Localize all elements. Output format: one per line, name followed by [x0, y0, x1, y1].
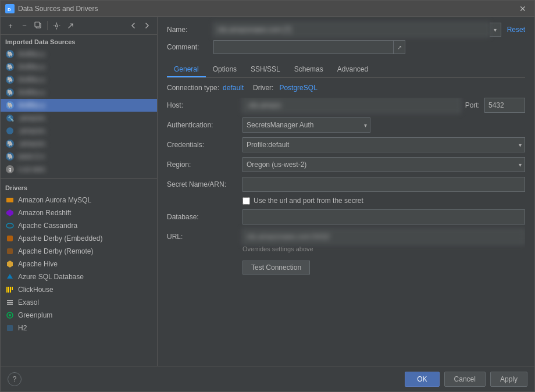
- remove-datasource-button[interactable]: −: [18, 19, 31, 32]
- ds-item-2[interactable]: 🐘 4n4lho.u: [1, 60, 157, 73]
- add-datasource-button[interactable]: +: [4, 19, 17, 32]
- close-button[interactable]: ✕: [516, 3, 530, 15]
- dialog: D Data Sources and Drivers ✕ + −: [0, 0, 535, 392]
- ok-button[interactable]: OK: [405, 372, 439, 387]
- svg-point-7: [6, 127, 13, 134]
- database-input[interactable]: [242, 209, 525, 224]
- app-icon: D: [5, 4, 15, 13]
- secret-row: Secret Name/ARN:: [167, 177, 525, 192]
- port-input[interactable]: [484, 98, 525, 113]
- tab-ssh-ssl[interactable]: SSH/SSL: [244, 62, 287, 77]
- tab-advanced[interactable]: Advanced: [330, 62, 375, 77]
- tab-options[interactable]: Options: [206, 62, 244, 77]
- region-label: Region:: [167, 161, 242, 169]
- duplicate-datasource-button[interactable]: [32, 19, 45, 32]
- test-connection-button[interactable]: Test Connection: [242, 261, 310, 275]
- overrides-text: Overrides settings above: [167, 245, 525, 252]
- svg-rect-12: [7, 248, 13, 254]
- comment-input[interactable]: [213, 40, 394, 54]
- driver-clickhouse[interactable]: ClickHouse: [1, 283, 157, 296]
- comment-label: Comment:: [167, 43, 213, 51]
- ds-item-10[interactable]: g v.us-wes: [1, 163, 157, 176]
- ds-icon-3: 🐘: [5, 75, 15, 84]
- ds-label-7: .amazon.: [18, 127, 47, 135]
- driver-label-aurora: Amazon Aurora MySQL: [18, 196, 91, 204]
- driver-apache-cassandra[interactable]: Apache Cassandra: [1, 219, 157, 232]
- auth-select[interactable]: SecretsManager Auth User & Password No a…: [242, 117, 370, 133]
- ds-label-6: .amazon.: [18, 114, 47, 122]
- settings-button[interactable]: [50, 19, 63, 32]
- host-port-row: Host: Port:: [167, 98, 525, 113]
- svg-point-10: [6, 223, 13, 228]
- apply-button[interactable]: Apply: [490, 372, 527, 387]
- use-url-checkbox[interactable]: [242, 197, 250, 205]
- driver-label-cassandra: Apache Cassandra: [18, 222, 77, 230]
- ds-icon-10: g: [5, 165, 15, 174]
- driver-h2[interactable]: H2: [1, 322, 157, 334]
- driver-amazon-aurora-mysql[interactable]: Amazon Aurora MySQL: [1, 194, 157, 206]
- tab-general[interactable]: General: [167, 62, 206, 77]
- comment-expand-button[interactable]: ↗: [394, 40, 405, 54]
- bottom-bar: ? OK Cancel Apply: [1, 366, 534, 391]
- reset-button[interactable]: Reset: [507, 26, 525, 34]
- credentials-select[interactable]: Profile:default: [242, 137, 525, 152]
- ds-icon-4: 🐘: [5, 88, 15, 97]
- host-input[interactable]: [242, 98, 461, 113]
- conn-type-value[interactable]: default: [223, 84, 244, 92]
- ds-label-1: 4n4lho.u: [18, 50, 45, 58]
- svg-text:🔧: 🔧: [8, 115, 14, 122]
- ds-item-5-selected[interactable]: 🐘 4n4lho.u: [1, 99, 157, 112]
- driver-apache-derby-embedded[interactable]: Apache Derby (Embedded): [1, 232, 157, 245]
- ds-label-5: 4n4lho.u: [18, 101, 45, 109]
- ds-icon-7: [5, 126, 15, 136]
- ds-item-6[interactable]: 🔧 .amazon.: [1, 112, 157, 124]
- driver-label-exasol: Exasol: [18, 298, 39, 307]
- ds-item-3[interactable]: 🐘 4n4lho.u: [1, 73, 157, 86]
- tabs-row: General Options SSH/SSL Schemas Advanced: [167, 62, 525, 78]
- ds-label-9: west-2.n: [18, 152, 44, 161]
- driver-value[interactable]: PostgreSQL: [279, 84, 317, 92]
- nav-back-button[interactable]: [127, 19, 140, 32]
- use-url-label: Use the url and port from the secret: [254, 197, 363, 205]
- ds-label-4: 4n4lho.u: [18, 88, 45, 97]
- window-title: Data Sources and Drivers: [18, 5, 516, 13]
- secret-label: Secret Name/ARN:: [167, 180, 242, 188]
- ds-icon-8: 🐘: [5, 139, 15, 148]
- svg-rect-23: [7, 325, 13, 331]
- name-dropdown-button[interactable]: ▾: [490, 23, 501, 37]
- url-row: URL:: [167, 229, 525, 244]
- driver-apache-derby-remote[interactable]: Apache Derby (Remote): [1, 245, 157, 258]
- driver-amazon-redshift[interactable]: Amazon Redshift: [1, 206, 157, 219]
- ds-item-8[interactable]: 🐘 .amazon.: [1, 137, 157, 150]
- region-select[interactable]: Oregon (us-west-2) US East (N. Virginia): [242, 157, 525, 172]
- driver-azure-sql[interactable]: Azure SQL Database: [1, 270, 157, 283]
- tab-schemas[interactable]: Schemas: [287, 62, 330, 77]
- ds-icon-5: 🐘: [5, 101, 15, 110]
- ds-item-1[interactable]: 🐘 4n4lho.u: [1, 48, 157, 60]
- url-input[interactable]: [242, 229, 525, 244]
- driver-apache-hive[interactable]: Apache Hive: [1, 258, 157, 270]
- svg-rect-15: [8, 287, 9, 293]
- driver-icon-h2: [5, 323, 15, 333]
- name-input[interactable]: [213, 23, 490, 37]
- driver-label-clickhouse: ClickHouse: [18, 286, 54, 294]
- ds-label-10: v.us-wes: [18, 165, 45, 173]
- ds-icon-1: 🐘: [5, 49, 15, 59]
- cancel-button[interactable]: Cancel: [444, 372, 486, 387]
- nav-forward-button[interactable]: [141, 19, 154, 32]
- main-content: + −: [1, 17, 534, 366]
- auth-row: Authentication: SecretsManager Auth User…: [167, 117, 525, 133]
- ds-item-7[interactable]: .amazon.: [1, 124, 157, 137]
- credentials-select-wrapper: Profile:default ▾: [242, 137, 525, 152]
- driver-exasol[interactable]: Exasol: [1, 296, 157, 309]
- auth-select-wrapper: SecretsManager Auth User & Password No a…: [242, 117, 370, 133]
- export-button[interactable]: [64, 19, 77, 32]
- secret-input[interactable]: [242, 177, 525, 192]
- driver-greenplum[interactable]: Greenplum: [1, 309, 157, 322]
- region-row: Region: Oregon (us-west-2) US East (N. V…: [167, 157, 525, 172]
- ds-label-2: 4n4lho.u: [18, 63, 45, 71]
- driver-label-azure: Azure SQL Database: [18, 273, 84, 281]
- help-button[interactable]: ?: [8, 372, 22, 386]
- ds-item-4[interactable]: 🐘 4n4lho.u: [1, 86, 157, 99]
- ds-item-9[interactable]: 🐘 west-2.n: [1, 150, 157, 163]
